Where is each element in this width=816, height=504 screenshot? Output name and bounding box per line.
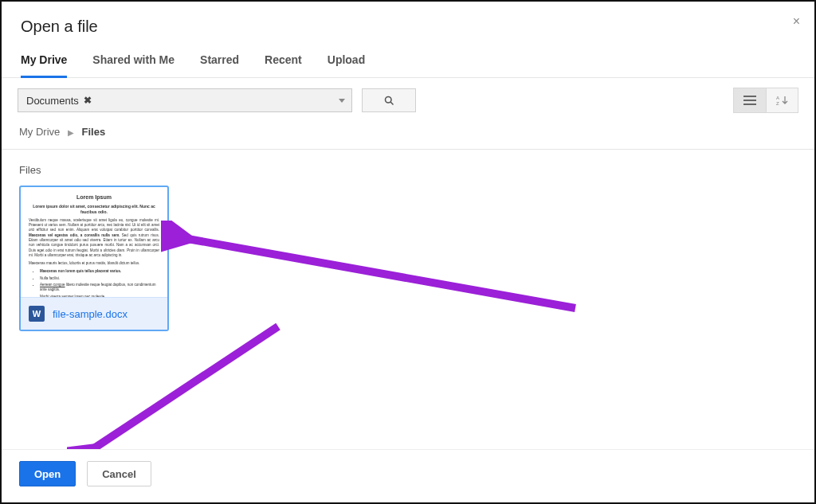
tab-my-drive[interactable]: My Drive <box>21 53 67 78</box>
dialog-footer: Open Cancel <box>2 449 814 502</box>
list-view-button[interactable] <box>734 88 766 112</box>
tab-starred[interactable]: Starred <box>200 53 239 78</box>
tab-recent[interactable]: Recent <box>265 53 302 78</box>
breadcrumb-current: Files <box>82 126 106 138</box>
breadcrumb-root[interactable]: My Drive <box>19 126 60 138</box>
svg-line-1 <box>390 102 393 104</box>
annotation-arrow-2 <box>67 320 290 463</box>
chevron-right-icon: ▶ <box>68 128 74 137</box>
breadcrumb: My Drive ▶ Files <box>2 123 814 150</box>
filter-chip-remove-icon[interactable]: ✖ <box>84 95 92 106</box>
svg-rect-4 <box>743 104 756 105</box>
sort-button[interactable]: AZ <box>766 88 798 112</box>
tab-upload[interactable]: Upload <box>328 53 365 78</box>
svg-rect-2 <box>743 96 756 97</box>
list-icon <box>743 96 756 105</box>
tab-shared-with-me[interactable]: Shared with Me <box>92 53 175 78</box>
svg-rect-3 <box>743 100 756 101</box>
open-button[interactable]: Open <box>19 461 76 486</box>
search-icon <box>383 95 395 107</box>
close-icon[interactable]: × <box>793 14 800 29</box>
file-preview: Lorem Ipsum Lorem ipsum dolor sit amet, … <box>21 187 167 297</box>
sort-az-icon: AZ <box>776 95 789 106</box>
chevron-down-icon <box>339 99 345 103</box>
toolbar: Documents ✖ AZ <box>2 78 814 123</box>
svg-text:Z: Z <box>776 101 779 106</box>
word-doc-icon: W <box>29 306 45 322</box>
cancel-button[interactable]: Cancel <box>87 461 151 486</box>
search-button[interactable] <box>362 88 416 112</box>
svg-text:A: A <box>776 96 779 100</box>
dialog-title: Open a file <box>21 18 795 36</box>
svg-point-0 <box>385 96 391 103</box>
file-card[interactable]: Lorem Ipsum Lorem ipsum dolor sit amet, … <box>19 186 169 331</box>
tabs-bar: My Drive Shared with Me Starred Recent U… <box>2 53 814 78</box>
file-name-label: file-sample.docx <box>53 308 128 320</box>
section-label: Files <box>2 150 814 186</box>
svg-line-8 <box>89 326 278 451</box>
filter-dropdown[interactable]: Documents ✖ <box>18 88 352 112</box>
filter-chip-label: Documents <box>26 95 79 107</box>
